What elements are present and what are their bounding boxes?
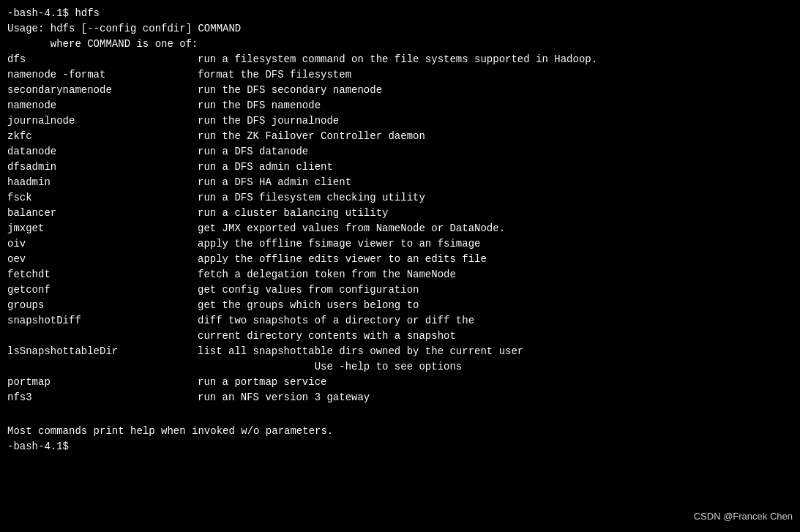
cmd-dfs: dfsrun a filesystem command on the file … xyxy=(7,52,793,67)
cmd-dfsadmin-name: dfsadmin xyxy=(7,160,198,175)
cmd-fsck-name: fsck xyxy=(7,190,198,206)
cmd-jmxget-desc: get JMX exported values from NameNode or… xyxy=(198,222,505,234)
cmd-secondarynamenode: secondarynamenoderun the DFS secondary n… xyxy=(7,83,793,98)
cmd-groups: groupsget the groups which users belong … xyxy=(7,298,793,313)
cmd-zkfc: zkfcrun the ZK Failover Controller daemo… xyxy=(7,129,793,144)
cmd-balancer-name: balancer xyxy=(7,206,198,221)
cmd-fetchdt: fetchdtfetch a delegation token from the… xyxy=(7,267,793,282)
cmd-namenode-format-desc: format the DFS filesystem xyxy=(198,69,351,80)
cmd-namenode-format-name: namenode -format xyxy=(7,67,198,83)
cmd-getconf-name: getconf xyxy=(7,282,198,298)
cmd-snapshotdiff-desc: diff two snapshots of a directory or dif… xyxy=(198,315,474,326)
cmd-datanode: datanoderun a DFS datanode xyxy=(7,144,793,160)
cmd-haadmin-name: haadmin xyxy=(7,175,198,190)
cmd-nfs3: nfs3run an NFS version 3 gateway xyxy=(7,390,793,405)
cmd-fsck-desc: run a DFS filesystem checking utility xyxy=(198,192,425,203)
cmd-snapshotdiff-cont-desc: current directory contents with a snapsh… xyxy=(198,330,456,342)
cmd-oev: oevapply the offline edits viewer to an … xyxy=(7,252,793,267)
cmd-jmxget-name: jmxget xyxy=(7,221,198,236)
cmd-namenode-desc: run the DFS namenode xyxy=(198,100,321,111)
terminal-window: -bash-4.1$ hdfs Usage: hdfs [--config co… xyxy=(0,0,800,460)
prompt-line-2: -bash-4.1$ xyxy=(7,439,793,454)
cmd-snapshotdiff-cont: current directory contents with a snapsh… xyxy=(7,329,793,344)
cmd-oev-desc: apply the offline edits viewer to an edi… xyxy=(198,253,487,265)
cmd-namenode-name: namenode xyxy=(7,98,198,113)
cmd-dfsadmin-desc: run a DFS admin client xyxy=(198,161,333,173)
cmd-groups-name: groups xyxy=(7,298,198,313)
prompt-line-1: -bash-4.1$ hdfs xyxy=(7,6,793,21)
cmd-balancer-desc: run a cluster balancing utility xyxy=(198,207,388,219)
cmd-lssnapshottabledir-desc: list all snapshottable dirs owned by the… xyxy=(198,345,523,357)
cmd-haadmin-desc: run a DFS HA admin client xyxy=(198,176,351,188)
cmd-portmap-desc: run a portmap service xyxy=(198,376,326,388)
cmd-lssnapshottabledir: lsSnapshottableDirlist all snapshottable… xyxy=(7,344,793,359)
most-commands-line: Most commands print help when invoked w/… xyxy=(7,424,793,439)
cmd-snapshotdiff-name: snapshotDiff xyxy=(7,313,198,329)
cmd-zkfc-desc: run the ZK Failover Controller daemon xyxy=(198,130,425,142)
cmd-journalnode-desc: run the DFS journalnode xyxy=(198,115,339,127)
cmd-getconf-desc: get config values from configuration xyxy=(198,284,419,296)
cmd-fsck: fsckrun a DFS filesystem checking utilit… xyxy=(7,190,793,206)
cmd-namenode-format: namenode -formatformat the DFS filesyste… xyxy=(7,67,793,83)
cmd-secondarynamenode-desc: run the DFS secondary namenode xyxy=(198,84,382,96)
cmd-haadmin: haadminrun a DFS HA admin client xyxy=(7,175,793,190)
cmd-oev-name: oev xyxy=(7,252,198,267)
cmd-datanode-desc: run a DFS datanode xyxy=(198,146,308,157)
cmd-getconf: getconfget config values from configurat… xyxy=(7,282,793,298)
cmd-oiv: oivapply the offline fsimage viewer to a… xyxy=(7,236,793,252)
usage-line: Usage: hdfs [--config confdir] COMMAND xyxy=(7,21,793,37)
cmd-snapshotdiff: snapshotDiffdiff two snapshots of a dire… xyxy=(7,313,793,329)
cmd-oiv-desc: apply the offline fsimage viewer to an f… xyxy=(198,238,480,250)
cmd-datanode-name: datanode xyxy=(7,144,198,160)
cmd-zkfc-name: zkfc xyxy=(7,129,198,144)
cmd-portmap: portmaprun a portmap service xyxy=(7,375,793,390)
cmd-groups-desc: get the groups which users belong to xyxy=(198,299,419,311)
cmd-journalnode: journalnoderun the DFS journalnode xyxy=(7,113,793,129)
cmd-fetchdt-name: fetchdt xyxy=(7,267,198,282)
cmd-lssnapshottabledir-cont-desc: Use -help to see options xyxy=(198,361,462,372)
cmd-jmxget: jmxgetget JMX exported values from NameN… xyxy=(7,221,793,236)
cmd-namenode: namenoderun the DFS namenode xyxy=(7,98,793,113)
cmd-nfs3-desc: run an NFS version 3 gateway xyxy=(198,391,370,403)
cmd-dfs-desc: run a filesystem command on the file sys… xyxy=(198,53,597,65)
cmd-fetchdt-desc: fetch a delegation token from the NameNo… xyxy=(198,269,456,280)
cmd-journalnode-name: journalnode xyxy=(7,113,198,129)
cmd-secondarynamenode-name: secondarynamenode xyxy=(7,83,198,98)
cmd-nfs3-name: nfs3 xyxy=(7,390,198,405)
blank-line xyxy=(7,405,793,421)
cmd-dfsadmin: dfsadminrun a DFS admin client xyxy=(7,160,793,175)
cmd-lssnapshottabledir-name: lsSnapshottableDir xyxy=(7,344,198,359)
cmd-oiv-name: oiv xyxy=(7,236,198,252)
cmd-portmap-name: portmap xyxy=(7,375,198,390)
cmd-balancer: balancerrun a cluster balancing utility xyxy=(7,206,793,221)
watermark: CSDN @Francek Chen xyxy=(694,511,793,522)
cmd-dfs-name: dfs xyxy=(7,52,198,67)
where-line: where COMMAND is one of: xyxy=(7,37,793,52)
cmd-lssnapshottabledir-cont: Use -help to see options xyxy=(7,359,793,375)
